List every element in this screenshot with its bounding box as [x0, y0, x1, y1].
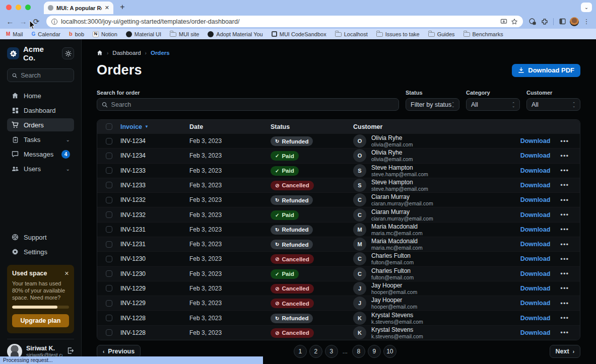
table-row[interactable]: INV-1234 Feb 3, 2023 ↻ Refunded O Olivia…	[97, 133, 580, 148]
browser-tab[interactable]: MUI: A popular React UI fram ✕	[44, 2, 113, 14]
table-row[interactable]: INV-1230 Feb 3, 2023 ✓ Paid C Charles Fu…	[97, 266, 580, 281]
row-checkbox[interactable]	[106, 211, 112, 218]
download-link[interactable]: Download	[520, 241, 551, 248]
row-menu-icon[interactable]: •••	[560, 241, 569, 248]
select-all-checkbox[interactable]	[106, 123, 112, 130]
row-menu-icon[interactable]: •••	[560, 255, 569, 263]
column-invoice[interactable]: Invoice▼	[120, 123, 189, 130]
breadcrumb-dashboard[interactable]: Dashboard	[112, 50, 141, 56]
bookmark-item[interactable]: Material UI	[126, 31, 161, 37]
sidebar-item-dashboard[interactable]: Dashboard	[7, 104, 74, 117]
row-menu-icon[interactable]: •••	[560, 167, 569, 174]
bookmark-item[interactable]: MUI CodeSandbox	[272, 31, 326, 37]
table-row[interactable]: INV-1229 Feb 3, 2023 ⊘ Cancelled J Jay H…	[97, 296, 580, 310]
extensions-icon[interactable]	[539, 16, 550, 27]
sidebar-item-settings[interactable]: Settings	[7, 245, 74, 258]
status-filter-select[interactable]: Filter by status ⌃⌄	[406, 98, 459, 111]
page-button-3[interactable]: 3	[325, 345, 338, 358]
download-link[interactable]: Download	[520, 167, 551, 174]
bookmark-item[interactable]: Issues to take	[376, 31, 420, 37]
window-minimize-button[interactable]	[16, 5, 21, 10]
row-menu-icon[interactable]: •••	[560, 181, 569, 189]
row-checkbox[interactable]	[106, 285, 112, 292]
table-row[interactable]: INV-1229 Feb 3, 2023 ⊘ Cancelled J Jay H…	[97, 281, 580, 296]
row-checkbox[interactable]	[106, 153, 112, 159]
theme-toggle-button[interactable]	[62, 47, 74, 59]
download-link[interactable]: Download	[520, 196, 551, 203]
table-row[interactable]: INV-1228 Feb 3, 2023 ↻ Refunded K Krysta…	[97, 310, 580, 325]
customer-filter-select[interactable]: All ⌃⌄	[526, 98, 580, 111]
bookmark-item[interactable]: bbob	[69, 31, 84, 37]
table-row[interactable]: INV-1233 Feb 3, 2023 ✓ Paid S Steve Hamp…	[97, 163, 580, 178]
row-menu-icon[interactable]: •••	[560, 300, 569, 307]
bookmark-item[interactable]: Guides	[428, 31, 455, 37]
download-link[interactable]: Download	[520, 137, 551, 144]
page-button-10[interactable]: 10	[383, 345, 396, 358]
company-logo-icon[interactable]: A	[7, 47, 19, 59]
bookmark-item[interactable]: Benchmarks	[463, 31, 503, 37]
row-checkbox[interactable]	[106, 167, 112, 174]
download-link[interactable]: Download	[520, 226, 551, 233]
upgrade-plan-button[interactable]: Upgrade plan	[12, 314, 69, 327]
table-row[interactable]: INV-1230 Feb 3, 2023 ⊘ Cancelled C Charl…	[97, 251, 580, 266]
home-icon[interactable]	[97, 50, 103, 56]
table-row[interactable]: INV-1233 Feb 3, 2023 ⊘ Cancelled S Steve…	[97, 178, 580, 192]
sidebar-item-users[interactable]: Users ⌄	[7, 162, 74, 175]
row-menu-icon[interactable]: •••	[560, 314, 569, 322]
reload-icon[interactable]: ⟳	[30, 16, 42, 28]
table-row[interactable]: INV-1232 Feb 3, 2023 ↻ Refunded C Ciaran…	[97, 192, 580, 207]
bookmark-item[interactable]: Localhost	[335, 31, 368, 37]
window-close-button[interactable]	[6, 5, 12, 10]
bookmark-star-icon[interactable]	[511, 18, 518, 25]
row-menu-icon[interactable]: •••	[560, 226, 569, 233]
download-link[interactable]: Download	[520, 285, 551, 292]
table-row[interactable]: INV-1231 Feb 3, 2023 ↻ Refunded M Maria …	[97, 222, 580, 237]
download-link[interactable]: Download	[520, 300, 551, 307]
row-menu-icon[interactable]: •••	[560, 196, 569, 204]
row-menu-icon[interactable]: •••	[560, 284, 569, 292]
bookmark-item[interactable]: MMail	[6, 31, 23, 37]
sidebar-item-orders[interactable]: Orders	[7, 118, 74, 131]
sidebar-item-messages[interactable]: Messages 4	[7, 148, 74, 161]
page-button-8[interactable]: 8	[352, 345, 365, 358]
download-link[interactable]: Download	[520, 270, 551, 277]
download-pdf-button[interactable]: Download PDF	[512, 64, 580, 77]
row-checkbox[interactable]	[106, 182, 112, 188]
row-checkbox[interactable]	[106, 300, 112, 307]
site-info-icon[interactable]: i	[51, 19, 57, 25]
sidebar-item-tasks[interactable]: Tasks ⌄	[7, 133, 74, 146]
sidebar-search-input[interactable]	[7, 68, 74, 82]
new-tab-button[interactable]: +	[116, 1, 128, 13]
row-checkbox[interactable]	[106, 256, 112, 262]
row-checkbox[interactable]	[106, 197, 112, 203]
row-menu-icon[interactable]: •••	[560, 329, 569, 336]
row-menu-icon[interactable]: •••	[560, 152, 569, 160]
download-link[interactable]: Download	[520, 211, 551, 219]
download-link[interactable]: Download	[520, 329, 551, 336]
row-checkbox[interactable]	[106, 270, 112, 277]
tab-close-icon[interactable]: ✕	[105, 5, 109, 11]
row-menu-icon[interactable]: •••	[560, 211, 569, 219]
row-menu-icon[interactable]: •••	[560, 270, 569, 277]
row-checkbox[interactable]	[106, 241, 112, 248]
page-button-1[interactable]: 1	[294, 345, 307, 358]
browser-menu-icon[interactable]: ⋮	[581, 16, 592, 27]
row-checkbox[interactable]	[106, 138, 112, 144]
download-link[interactable]: Download	[520, 182, 551, 189]
download-link[interactable]: Download	[520, 315, 551, 322]
table-row[interactable]: INV-1228 Feb 3, 2023 ⊘ Cancelled K Kryst…	[97, 325, 580, 340]
install-icon[interactable]	[500, 18, 507, 25]
table-row[interactable]: INV-1234 Feb 3, 2023 ✓ Paid O Olivia Ryh…	[97, 148, 580, 163]
page-button-2[interactable]: 2	[309, 345, 322, 358]
row-checkbox[interactable]	[106, 329, 112, 336]
password-manager-icon[interactable]	[527, 16, 538, 27]
bookmark-item[interactable]: NNotion	[93, 31, 117, 37]
bookmark-item[interactable]: MUI site	[170, 31, 199, 37]
forward-icon[interactable]: →	[17, 16, 29, 28]
row-menu-icon[interactable]: •••	[560, 137, 569, 145]
category-filter-select[interactable]: All ⌃⌄	[466, 98, 520, 111]
table-row[interactable]: INV-1232 Feb 3, 2023 ✓ Paid C Ciaran Mur…	[97, 207, 580, 222]
sidebar-item-home[interactable]: Home	[7, 89, 74, 102]
logout-icon[interactable]	[67, 347, 74, 356]
next-page-button[interactable]: Next ›	[550, 345, 580, 358]
